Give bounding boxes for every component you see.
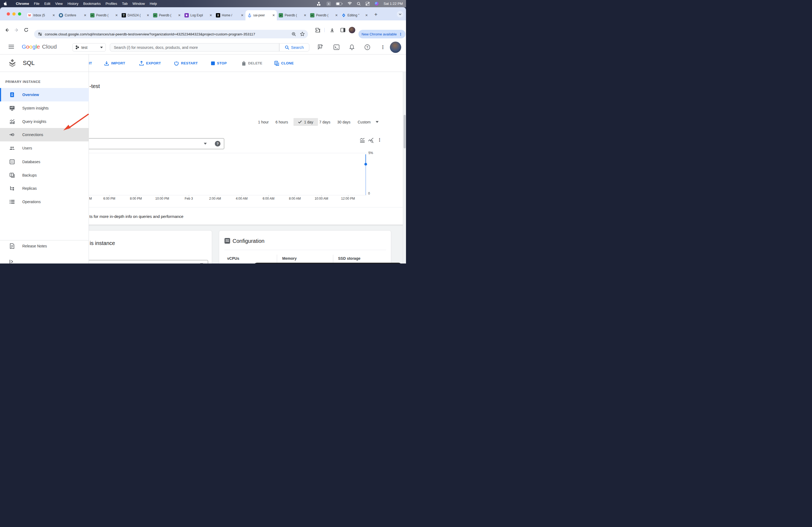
- time-range-7-days[interactable]: 7 days: [319, 118, 330, 126]
- sidebar-item-operations[interactable]: Operations: [0, 195, 89, 209]
- tab-x-home[interactable]: X Home /✕: [214, 10, 245, 20]
- tab-peerdb-4[interactable]: Peerdb (✕: [308, 10, 340, 20]
- tab-close-icon[interactable]: ✕: [84, 13, 86, 17]
- menu-tab[interactable]: Tab: [122, 2, 128, 6]
- sidebar-item-overview[interactable]: Overview: [0, 88, 89, 102]
- omnibox[interactable]: console.cloud.google.com/sql/instances/s…: [34, 30, 308, 39]
- chart-point-marker[interactable]: [364, 163, 367, 166]
- stop-button[interactable]: STOP: [211, 55, 227, 72]
- help-icon[interactable]: ?: [364, 44, 370, 50]
- metric-help-icon[interactable]: ?: [215, 141, 220, 147]
- cloud-shell-icon[interactable]: [334, 44, 339, 50]
- notifications-bell-icon[interactable]: [349, 44, 355, 50]
- clone-button[interactable]: CLONE: [274, 55, 294, 72]
- minimize-window-button[interactable]: [12, 12, 16, 16]
- wifi-icon[interactable]: [347, 2, 352, 5]
- back-icon[interactable]: [4, 27, 10, 33]
- tab-close-icon[interactable]: ✕: [304, 13, 306, 17]
- time-range-custom[interactable]: Custom: [358, 118, 371, 126]
- extensions-icon[interactable]: [315, 28, 320, 33]
- menu-view[interactable]: View: [55, 2, 62, 6]
- more-vert-icon[interactable]: ⋮: [380, 44, 385, 50]
- sidebar-item-users[interactable]: Users: [0, 141, 89, 155]
- tab-editing[interactable]: Editing "✕: [340, 10, 370, 20]
- gemini-assist-icon[interactable]: [318, 44, 323, 50]
- area-chart-toggle-icon[interactable]: [360, 138, 365, 143]
- sidebar-item-replicas[interactable]: Replicas: [0, 182, 89, 195]
- tab-close-icon[interactable]: ✕: [178, 13, 181, 17]
- tab-close-icon[interactable]: ✕: [335, 13, 338, 17]
- menu-bookmarks[interactable]: Bookmarks: [83, 2, 101, 6]
- tab-close-icon[interactable]: ✕: [272, 13, 275, 17]
- tab-close-icon[interactable]: ✕: [115, 13, 118, 17]
- browser-menu-dots-icon[interactable]: ⋮: [399, 32, 402, 36]
- sidebar-item-backups[interactable]: Backups: [0, 168, 89, 182]
- sidebar-item-databases[interactable]: Databases: [0, 155, 89, 168]
- stats-menu-icon[interactable]: [317, 2, 321, 6]
- tab-close-icon[interactable]: ✕: [147, 13, 149, 17]
- tab-log-explorer[interactable]: Log Expl✕: [183, 10, 214, 20]
- hamburger-menu-icon[interactable]: [9, 45, 14, 49]
- new-tab-button[interactable]: +: [374, 12, 378, 18]
- zoom-page-icon[interactable]: [292, 32, 296, 36]
- control-center-icon[interactable]: [365, 2, 370, 6]
- download-icon[interactable]: [330, 28, 335, 32]
- explore-chart-icon[interactable]: [368, 138, 374, 143]
- custom-range-chevron-icon[interactable]: [376, 121, 379, 123]
- tab-peerdb-2[interactable]: Peerdb (✕: [151, 10, 183, 20]
- snackbar[interactable]: [254, 263, 402, 264]
- scrollbar-thumb[interactable]: [404, 115, 406, 148]
- chart-more-vert-icon[interactable]: ⋮: [377, 137, 382, 143]
- tab-peerdb-1[interactable]: Peerdb (✕: [88, 10, 120, 20]
- zoom-window-button[interactable]: [18, 12, 21, 16]
- spotlight-icon[interactable]: [357, 2, 361, 6]
- tab-close-icon[interactable]: ✕: [365, 13, 368, 17]
- siri-icon[interactable]: [375, 2, 379, 6]
- import-button[interactable]: IMPORT: [104, 55, 125, 72]
- tab-dais24[interactable]: DAIS DAIS24 (✕: [120, 10, 151, 20]
- time-range-6-hours[interactable]: 6 hours: [276, 118, 288, 126]
- time-range-1-hour[interactable]: 1 hour: [258, 118, 269, 126]
- connection-name-field[interactable]: [89, 260, 208, 264]
- browser-profile-avatar[interactable]: [349, 27, 355, 33]
- tab-inbox[interactable]: M Inbox (5✕: [26, 10, 57, 20]
- tab-conference[interactable]: Confere✕: [57, 10, 88, 20]
- reload-icon[interactable]: [24, 27, 29, 32]
- account-avatar[interactable]: [390, 42, 401, 53]
- url-text[interactable]: console.cloud.google.com/sql/instances/s…: [45, 32, 292, 36]
- delete-button[interactable]: DELETE: [242, 55, 262, 72]
- forward-icon[interactable]: [14, 27, 19, 33]
- collapse-sidebar-icon[interactable]: [10, 260, 14, 264]
- export-button[interactable]: EXPORT: [139, 55, 161, 72]
- menu-profiles[interactable]: Profiles: [105, 2, 117, 6]
- menu-edit[interactable]: Edit: [44, 2, 50, 6]
- metric-select-chevron-icon[interactable]: [204, 143, 207, 145]
- restart-button[interactable]: RESTART: [174, 55, 198, 72]
- app-menu-icon[interactable]: [326, 1, 331, 6]
- project-picker[interactable]: test: [73, 43, 106, 51]
- tab-close-icon[interactable]: ✕: [209, 13, 212, 17]
- apple-icon[interactable]: [4, 2, 7, 6]
- tab-search-chevron-icon[interactable]: [397, 11, 403, 17]
- menu-clock[interactable]: Sat 1:22 PM: [383, 2, 403, 6]
- global-search-button[interactable]: Search: [279, 43, 309, 51]
- close-window-button[interactable]: [7, 12, 10, 16]
- tab-peerdb-3[interactable]: Peerdb (✕: [277, 10, 308, 20]
- menu-file[interactable]: File: [34, 2, 40, 6]
- tab-close-icon[interactable]: ✕: [52, 13, 55, 17]
- time-range-30-days[interactable]: 30 days: [337, 118, 350, 126]
- menu-history[interactable]: History: [68, 2, 78, 6]
- site-settings-icon[interactable]: [38, 32, 42, 36]
- tab-close-icon[interactable]: ✕: [241, 13, 244, 17]
- gcloud-logo[interactable]: Google Cloud: [22, 44, 57, 50]
- tab-sai-peerdb-active[interactable]: sai-peer✕: [245, 10, 277, 20]
- scrollbar[interactable]: [403, 72, 406, 264]
- global-search-input[interactable]: Search (/) for resources, docs, products…: [110, 43, 279, 51]
- time-range-1-day-selected[interactable]: 1 day: [293, 118, 318, 126]
- sidebar-item-release-notes[interactable]: Release Notes: [0, 239, 89, 253]
- copy-icon[interactable]: [200, 263, 205, 264]
- new-chrome-button[interactable]: New Chrome available ⋮: [359, 30, 405, 39]
- bookmark-star-icon[interactable]: [300, 32, 305, 36]
- menu-window[interactable]: Window: [132, 2, 145, 6]
- battery-icon[interactable]: [336, 2, 343, 5]
